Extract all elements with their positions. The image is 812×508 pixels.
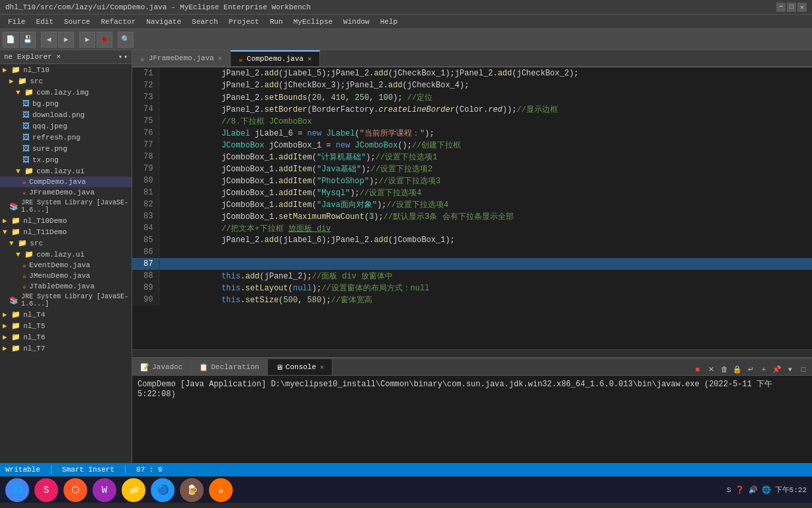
- sidebar-item-nl-t6[interactable]: ▶ 📁 nl_T6: [0, 331, 132, 343]
- line-content[interactable]: [159, 258, 812, 270]
- tab-close-icon[interactable]: ✕: [307, 55, 311, 63]
- line-content[interactable]: jPanel_2.add(jCheckBox_3);jPanel_2.add(j…: [159, 79, 812, 91]
- remove-button[interactable]: ✕: [705, 363, 717, 375]
- toolbar-forward[interactable]: ▶: [58, 32, 74, 48]
- menu-run[interactable]: Run: [264, 17, 288, 27]
- line-content[interactable]: jPanel_2.setBorder(BorderFactory.createL…: [159, 103, 812, 115]
- stop-button[interactable]: ■: [692, 363, 704, 375]
- scroll-lock-button[interactable]: 🔒: [731, 363, 743, 375]
- minimize-button[interactable]: ─: [776, 3, 786, 12]
- maximize-button[interactable]: □: [787, 3, 796, 12]
- line-content[interactable]: jComboBox_1.addItem("PhotoShop");//设置下拉选…: [159, 175, 812, 187]
- pin-button[interactable]: 📌: [771, 363, 783, 375]
- tab-jframedemo[interactable]: ☕ JFrameDemo.java ✕: [132, 50, 231, 66]
- taskbar-app3[interactable]: ⬡: [63, 478, 87, 502]
- code-editor[interactable]: 71 jPanel_2.add(jLabel_5);jPanel_2.add(j…: [132, 67, 812, 349]
- minimize-panel-button[interactable]: ▾: [784, 363, 796, 375]
- menu-window[interactable]: Window: [338, 17, 375, 27]
- tray-icon2[interactable]: ❓: [735, 486, 745, 494]
- toolbar-search[interactable]: 🔍: [118, 32, 134, 48]
- line-content[interactable]: jPanel_2.add(jLabel_6);jPanel_2.add(jCom…: [159, 234, 812, 246]
- menu-help[interactable]: Help: [375, 17, 403, 27]
- line-content[interactable]: jComboBox_1.addItem("Java面向对象");//设置下拉选项…: [159, 198, 812, 210]
- line-content[interactable]: jComboBox_1.addItem("Java基础");//设置下拉选项2: [159, 163, 812, 175]
- clear-button[interactable]: 🗑: [718, 363, 730, 375]
- menu-navigate[interactable]: Navigate: [141, 17, 186, 27]
- line-content[interactable]: JComboBox jComboBox_1 = new JComboBox();…: [159, 139, 812, 151]
- toolbar-run[interactable]: ▶: [79, 32, 95, 48]
- sidebar-item-nl-t7[interactable]: ▶ 📁 nl_T7: [0, 343, 132, 354]
- sidebar-item-bg-png[interactable]: 🖼 bg.png: [0, 98, 132, 109]
- tab-close-icon[interactable]: ✕: [218, 54, 222, 62]
- sidebar-item-tx-png[interactable]: 🖼 tx.png: [0, 154, 132, 165]
- tray-icon3[interactable]: 🔊: [749, 486, 758, 494]
- sidebar-collapse-icon[interactable]: ▾: [118, 53, 122, 61]
- tab-declaration[interactable]: 📋 Declaration: [191, 359, 268, 375]
- taskbar-app7[interactable]: 🍺: [180, 478, 204, 502]
- sidebar-item-refresh-png[interactable]: 🖼 refresh.png: [0, 132, 132, 143]
- sidebar-item-src2[interactable]: ▼ 📁 src: [0, 237, 132, 249]
- menu-myeclipse[interactable]: MyEclipse: [288, 17, 338, 27]
- horizontal-scrollbar[interactable]: [132, 349, 812, 357]
- line-content[interactable]: jComboBox_1.setMaximumRowCount(3);//默认显示…: [159, 210, 812, 222]
- sidebar-item-com-lazy-ui2[interactable]: ▼ 📁 com.lazy.ui: [0, 249, 132, 260]
- line-content[interactable]: jComboBox_1.addItem("Mysql");//设置下拉选项4: [159, 187, 812, 198]
- line-content[interactable]: jPanel_2.setBounds(20, 410, 250, 100); /…: [159, 91, 812, 103]
- sidebar-item-nl-t10[interactable]: ▶ 📁 nl_T10: [0, 64, 132, 75]
- word-wrap-button[interactable]: ↵: [745, 363, 756, 375]
- menu-search[interactable]: Search: [186, 17, 223, 27]
- tray-icon1[interactable]: S: [727, 486, 731, 494]
- tab-compdemo[interactable]: ☕ CompDemo.java ✕: [231, 50, 320, 66]
- taskbar-app4[interactable]: W: [93, 478, 116, 502]
- sidebar-item-com-lazy-img[interactable]: ▼ 📁 com.lazy.img: [0, 87, 132, 98]
- line-content[interactable]: this.add(jPanel_2);//面板 div 放窗体中: [159, 270, 812, 282]
- line-content[interactable]: //把文本+下拉框 放面板 div: [159, 222, 812, 234]
- taskbar-files[interactable]: 📁: [122, 478, 145, 502]
- line-content[interactable]: [159, 246, 812, 258]
- tab-label: JFrameDemo.java: [149, 54, 214, 62]
- sidebar-item-nl-t5[interactable]: ▶ 📁 nl_T5: [0, 320, 132, 331]
- menu-file[interactable]: File: [3, 17, 30, 27]
- menu-source[interactable]: Source: [59, 17, 96, 27]
- line-content[interactable]: jPanel_2.add(jLabel_5);jPanel_2.add(jChe…: [159, 67, 812, 79]
- taskbar-app6[interactable]: 🔵: [151, 478, 175, 502]
- toolbar-back[interactable]: ◀: [41, 32, 57, 48]
- sidebar-item-nl-t11demo[interactable]: ▼ 📁 nl_T11Demo: [0, 226, 132, 237]
- sidebar-item-nl-t10demo[interactable]: ▶ 📁 nl_T10Demo: [0, 215, 132, 226]
- line-content[interactable]: this.setSize(500, 580);//窗体宽高: [159, 294, 812, 306]
- sidebar-item-src[interactable]: ▶ 📁 src: [0, 75, 132, 87]
- menu-edit[interactable]: Edit: [30, 17, 58, 27]
- sidebar-item-nl-t4[interactable]: ▶ 📁 nl_T4: [0, 309, 132, 320]
- sidebar-item-eventdemo[interactable]: ☕ EventDemo.java: [0, 260, 132, 271]
- new-console-button[interactable]: +: [758, 363, 770, 375]
- line-content[interactable]: //8.下拉框 JComboBox: [159, 115, 812, 127]
- sidebar-item-com-lazy-ui[interactable]: ▼ 📁 com.lazy.ui: [0, 165, 132, 177]
- sidebar-item-jre-system[interactable]: 📚 JRE System Library [JavaSE-1.6...]: [0, 198, 132, 215]
- line-content[interactable]: jComboBox_1.addItem("计算机基础");//设置下拉选项1: [159, 151, 812, 163]
- menu-project[interactable]: Project: [223, 17, 264, 27]
- sidebar-item-jframedemo-java[interactable]: ☕ JFrameDemo.java: [0, 187, 132, 198]
- taskbar-app2[interactable]: S: [34, 478, 58, 502]
- tab-javadoc[interactable]: 📝 Javadoc: [132, 359, 191, 375]
- tab-console[interactable]: 🖥 Console ✕: [268, 359, 333, 375]
- close-button[interactable]: ✕: [797, 3, 807, 12]
- tray-icon4[interactable]: 🌐: [762, 486, 771, 494]
- sidebar-item-jtabledemo[interactable]: ☕ JTableDemo.java: [0, 281, 132, 292]
- tab-close-icon[interactable]: ✕: [320, 363, 324, 371]
- menu-refactor[interactable]: Refactor: [95, 17, 141, 27]
- sidebar-item-jre2[interactable]: 📚 JRE System Library [JavaSE-1.6...]: [0, 292, 132, 309]
- maximize-panel-button[interactable]: □: [797, 363, 809, 375]
- sidebar-item-sure-png[interactable]: 🖼 sure.png: [0, 143, 132, 154]
- line-content[interactable]: this.setLayout(null);//设置窗体的布局方式：null: [159, 282, 812, 294]
- toolbar-save[interactable]: 💾: [20, 32, 36, 48]
- sidebar-item-jmenudemo[interactable]: ☕ JMenuDemo.java: [0, 271, 132, 281]
- sidebar-item-compdemo-java[interactable]: ☕ CompDemo.java: [0, 177, 132, 187]
- line-content[interactable]: JLabel jLabel_6 = new JLabel("当前所学课程：");: [159, 127, 812, 139]
- toolbar-new[interactable]: 📄: [3, 32, 19, 48]
- toolbar-debug[interactable]: 🐞: [97, 32, 112, 48]
- sidebar-item-qqq-jpeg[interactable]: 🖼 qqq.jpeg: [0, 120, 132, 132]
- taskbar-java[interactable]: ☕: [209, 478, 233, 502]
- sidebar-item-download-png[interactable]: 🖼 download.png: [0, 109, 132, 120]
- sidebar-menu-icon[interactable]: ▾: [124, 53, 128, 61]
- taskbar-chrome[interactable]: 🌐: [5, 478, 29, 502]
